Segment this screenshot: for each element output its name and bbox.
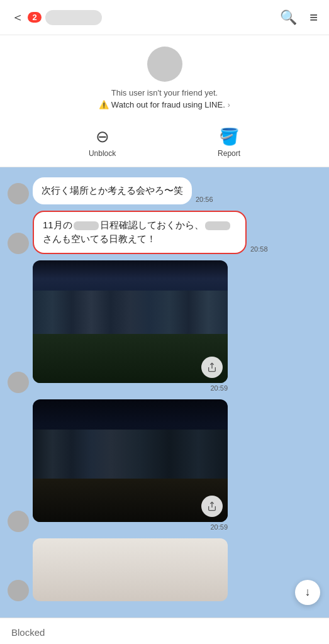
- scroll-down-icon: ↓: [305, 586, 311, 599]
- bottom-bar: Blocked: [0, 618, 329, 645]
- share-button-2[interactable]: [201, 496, 223, 517]
- message-time-2: 20:58: [250, 245, 268, 253]
- unread-badge: 2: [28, 12, 42, 23]
- image-row-partial: [8, 538, 321, 601]
- chat-area: 次行く場所とか考える会やろ〜笑 20:56 11月の日程確認しておくから、さんも…: [0, 167, 329, 618]
- header-left: ＜ 2: [11, 9, 102, 26]
- chat-image-2[interactable]: [33, 399, 228, 522]
- message-row-highlighted: 11月の日程確認しておくから、さんも空いてる日教えて！ 20:58: [8, 211, 321, 254]
- not-friend-text: This user isn't your friend yet.: [111, 88, 218, 97]
- message-text-part3: さんも空いてる日教えて！: [43, 233, 156, 244]
- message-bubble-highlighted: 11月の日程確認しておくから、さんも空いてる日教えて！: [33, 211, 247, 254]
- report-label: Report: [218, 149, 240, 158]
- fraud-warning-text: ⚠️ Watch out for fraud using LINE.: [99, 100, 225, 109]
- sender-avatar-img3: [8, 580, 29, 601]
- fraud-warning[interactable]: ⚠️ Watch out for fraud using LINE. ›: [99, 100, 230, 109]
- image-row-1: 20:59: [8, 260, 321, 393]
- fraud-arrow-icon: ›: [228, 101, 230, 109]
- censored-name-2: [205, 221, 230, 230]
- message-text-part2: 日程確認しておくから、: [100, 219, 204, 230]
- sender-avatar-img1: [8, 372, 29, 393]
- message-bubble: 次行く場所とか考える会やろ〜笑: [33, 177, 192, 204]
- unblock-action[interactable]: ⊖ Unblock: [89, 127, 116, 158]
- censored-name-1: [74, 221, 99, 230]
- avatar: [147, 47, 182, 82]
- sender-avatar: [8, 233, 29, 254]
- unblock-icon: ⊖: [96, 127, 109, 147]
- message-text-part1: 11月の: [43, 219, 72, 230]
- back-button[interactable]: ＜: [11, 9, 24, 26]
- report-action[interactable]: 🪣 Report: [218, 127, 240, 158]
- image-time-1: 20:59: [210, 384, 228, 392]
- header-icons: 🔍 ≡: [280, 9, 318, 26]
- contact-name-pill: [45, 10, 102, 25]
- menu-icon[interactable]: ≡: [309, 9, 318, 26]
- chat-image-partial[interactable]: [33, 538, 228, 601]
- profile-area: This user isn't your friend yet. ⚠️ Watc…: [0, 35, 329, 118]
- message-text: 次行く場所とか考える会やろ〜笑: [42, 185, 183, 196]
- chat-image-1[interactable]: [33, 260, 228, 383]
- action-bar: ⊖ Unblock 🪣 Report: [0, 118, 329, 167]
- report-icon: 🪣: [219, 127, 239, 147]
- share-button-1[interactable]: [201, 357, 223, 378]
- sender-avatar: [8, 183, 29, 204]
- header: ＜ 2 🔍 ≡: [0, 0, 329, 35]
- image-row-2: 20:59: [8, 399, 321, 532]
- scroll-to-bottom-button[interactable]: ↓: [295, 580, 320, 605]
- message-row: 次行く場所とか考える会やろ〜笑 20:56: [8, 177, 321, 204]
- message-time: 20:56: [196, 196, 213, 203]
- unblock-label: Unblock: [89, 149, 116, 158]
- search-icon[interactable]: 🔍: [280, 9, 297, 26]
- sender-avatar-img2: [8, 511, 29, 532]
- blocked-label: Blocked: [11, 627, 45, 638]
- image-time-2: 20:59: [210, 523, 228, 531]
